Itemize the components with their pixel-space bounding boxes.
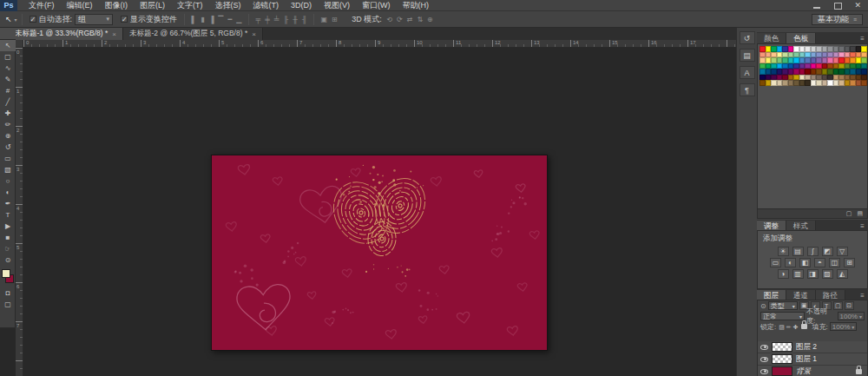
pen-tool[interactable]: ✒ (0, 198, 16, 209)
auto-select-checkbox[interactable]: ✓ (30, 16, 36, 23)
character-panel-icon[interactable]: A (740, 66, 755, 79)
brush-tool[interactable]: ✏ (0, 119, 16, 130)
quick-selection-tool[interactable]: ✎ (0, 74, 16, 85)
move-tool[interactable]: ↖ (0, 40, 16, 51)
auto-select-dropdown[interactable]: 组 ▾ (75, 14, 113, 25)
menu-item-view[interactable]: 视图(V) (318, 0, 356, 11)
show-transform-checkbox[interactable]: ✓ (121, 16, 128, 23)
visibility-eye-icon[interactable] (760, 369, 768, 374)
distribute-icon[interactable]: ╢ (299, 16, 309, 23)
lock-icon[interactable]: ✚ (792, 324, 799, 330)
screen-mode-button[interactable]: ▢ (0, 299, 16, 310)
menu-item-select[interactable]: 选择(S) (209, 0, 247, 11)
layer-filter-dropdown[interactable]: 类型▾ (768, 301, 798, 310)
posterize-icon[interactable]: ▥ (792, 269, 804, 279)
foreground-color-swatch[interactable] (2, 269, 10, 278)
swatch[interactable] (861, 80, 867, 86)
tool-preset-caret-icon[interactable]: ▾ (15, 16, 17, 23)
levels-icon[interactable]: ▤ (792, 247, 804, 256)
filter-smart-objects-icon[interactable]: ⊡ (845, 301, 854, 310)
menu-item-help[interactable]: 帮助(H) (397, 0, 436, 11)
document-tab-2[interactable]: 未标题-2 @ 66.7%(图层 5, RGB/8) *× (123, 28, 263, 40)
menu-item-layer[interactable]: 图层(L) (134, 0, 171, 11)
menu-item-3d[interactable]: 3D(D) (285, 0, 318, 11)
distribute-icon[interactable]: ╪ (263, 16, 273, 23)
menu-item-type[interactable]: 文字(T) (171, 0, 209, 11)
exposure-icon[interactable]: ◩ (822, 247, 833, 256)
horizontal-type-tool[interactable]: T (0, 209, 16, 221)
crop-tool[interactable]: # (0, 85, 16, 96)
menu-item-filter[interactable]: 滤镜(T) (247, 0, 286, 11)
minimize-icon[interactable] (812, 2, 821, 10)
black-white-icon[interactable]: ◧ (799, 258, 811, 267)
blur-tool[interactable]: ○ (0, 175, 16, 187)
paragraph-panel-icon[interactable]: ¶ (740, 83, 755, 96)
threshold-icon[interactable]: ◨ (807, 269, 819, 279)
layer-row[interactable]: 图层 2 (758, 341, 867, 353)
document-tab-1[interactable]: 未标题-1 @ 33.3%(RGB/8) *× (9, 28, 123, 40)
swatches-tab-颜色[interactable]: 颜色 (757, 33, 786, 43)
menu-item-image[interactable]: 图像(I) (99, 0, 135, 11)
panel-menu-icon[interactable]: ≡ (860, 35, 868, 43)
menu-item-edit[interactable]: 编辑(E) (61, 0, 99, 11)
3d-mode-icon[interactable]: ⇅ (415, 16, 425, 23)
toolbar-header[interactable] (0, 28, 16, 40)
delete-swatch-icon[interactable]: ▤ (857, 210, 863, 217)
fill-field[interactable]: 100% ▾ (830, 322, 857, 331)
lasso-tool[interactable]: ∿ (0, 63, 16, 74)
3d-mode-icon[interactable]: ⟳ (394, 16, 404, 23)
rectangle-tool[interactable]: ■ (0, 232, 16, 243)
align-icon[interactable]: ▮ (199, 16, 207, 23)
blend-mode-dropdown[interactable]: 正常 ▾ (760, 312, 805, 320)
vertical-ruler[interactable]: 01234567 (16, 48, 23, 376)
canvas-artwork[interactable] (211, 155, 548, 351)
layer-row[interactable]: 图层 1 (758, 353, 867, 366)
3d-mode-icon[interactable]: ⊕ (425, 16, 436, 23)
clone-stamp-tool[interactable]: ⊕ (0, 130, 16, 142)
brightness-contrast-icon[interactable]: ☀ (778, 247, 789, 256)
swatches-tab-色板[interactable]: 色板 (786, 33, 816, 43)
workspace-switcher-button[interactable]: 基本功能 ≡ (812, 14, 863, 25)
distribute-icon[interactable]: ╫ (291, 16, 300, 23)
horizontal-ruler[interactable]: 01234567891011121314151617 (23, 40, 736, 48)
dodge-tool[interactable]: ◐ (0, 187, 16, 198)
new-swatch-icon[interactable]: ▢ (846, 210, 852, 217)
auto-align-icon[interactable]: ⊞ (330, 16, 340, 23)
menu-item-window[interactable]: 窗口(W) (356, 0, 397, 11)
spot-healing-brush-tool[interactable]: ✚ (0, 108, 16, 119)
tab-close-icon[interactable]: × (252, 30, 256, 38)
close-icon[interactable]: ✕ (854, 2, 861, 10)
gradient-tool[interactable]: ▧ (0, 164, 16, 175)
lock-icon[interactable]: ▨ (778, 324, 786, 330)
photo-filter-icon[interactable]: ◓ (814, 258, 825, 267)
opacity-field[interactable]: 100% ▾ (838, 312, 865, 320)
auto-align-icon[interactable]: ▣ (319, 16, 330, 23)
hue-saturation-icon[interactable]: ▭ (770, 258, 781, 267)
menu-item-file[interactable]: 文件(F) (23, 0, 61, 11)
curves-icon[interactable]: ∫ (807, 247, 819, 256)
lock-icon[interactable]: ✏ (786, 324, 792, 330)
3d-mode-icon[interactable]: ⟲ (385, 16, 395, 23)
distribute-icon[interactable]: ╤ (253, 16, 263, 23)
layer-row[interactable]: 背景 (758, 366, 867, 376)
align-icon[interactable]: ▁ (234, 16, 244, 23)
gradient-map-icon[interactable]: ▨ (822, 269, 833, 279)
vibrance-icon[interactable]: ▽ (837, 247, 848, 256)
invert-icon[interactable]: ◑ (778, 269, 789, 279)
restore-icon[interactable] (833, 2, 842, 10)
visibility-eye-icon[interactable] (760, 357, 768, 362)
color-lookup-icon[interactable]: ⊞ (844, 258, 855, 267)
zoom-tool[interactable]: ⊙ (0, 254, 16, 266)
eyedropper-tool[interactable]: ╱ (0, 96, 16, 108)
distribute-icon[interactable]: ╟ (281, 16, 291, 23)
history-brush-tool[interactable]: ↺ (0, 142, 16, 153)
3d-mode-icon[interactable]: ⇄ (404, 16, 415, 23)
selective-color-icon[interactable]: ◭ (837, 269, 848, 279)
align-icon[interactable]: ▌ (189, 16, 199, 23)
lock-all-icon[interactable] (801, 324, 807, 329)
align-icon[interactable]: ▔ (216, 16, 226, 23)
properties-panel-icon[interactable]: ▤ (740, 49, 755, 62)
align-icon[interactable]: ━ (226, 16, 234, 23)
path-selection-tool[interactable]: ▶ (0, 221, 16, 232)
channel-mixer-icon[interactable]: ◫ (829, 258, 840, 267)
